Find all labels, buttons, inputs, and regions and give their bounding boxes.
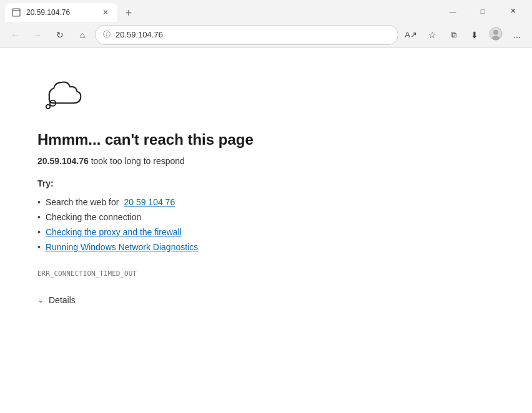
error-subtitle: 20.59.104.76 took too long to respond: [37, 156, 495, 166]
svg-rect-0: [12, 9, 20, 16]
address-bar[interactable]: ⓘ: [95, 25, 398, 45]
close-button[interactable]: ✕: [498, 0, 527, 22]
error-title: Hmmm... can't reach this page: [37, 131, 495, 148]
nav-bar: ← → ↻ ⌂ ⓘ A↗ ☆ ⧉ ⬇: [0, 22, 532, 48]
collections-button[interactable]: ⧉: [443, 25, 463, 45]
try-item-text-1: Search the web for: [46, 197, 119, 207]
home-icon: ⌂: [80, 30, 85, 40]
refresh-icon: ↻: [56, 30, 64, 40]
page-content: Hmmm... can't reach this page 20.59.104.…: [0, 48, 532, 413]
more-icon: …: [513, 30, 521, 40]
maximize-button[interactable]: □: [468, 0, 497, 22]
home-button[interactable]: ⌂: [72, 25, 92, 45]
collections-icon: ⧉: [451, 30, 456, 40]
favorites-button[interactable]: ☆: [422, 25, 442, 45]
forward-icon: →: [33, 30, 42, 40]
tab-favicon: [11, 7, 21, 17]
profile-icon: [489, 27, 503, 43]
star-icon: ☆: [428, 30, 436, 40]
thought-cloud-icon: [37, 73, 84, 114]
error-host: 20.59.104.76: [37, 156, 89, 166]
download-button[interactable]: ⬇: [465, 25, 485, 45]
error-code: ERR_CONNECTION_TIMED_OUT: [37, 270, 495, 278]
back-button[interactable]: ←: [5, 25, 25, 45]
list-item: Checking the connection: [37, 210, 495, 225]
svg-point-4: [492, 36, 500, 40]
lock-icon: ⓘ: [103, 29, 111, 40]
search-web-link[interactable]: 20 59 104 76: [124, 197, 175, 207]
error-icon-container: [37, 73, 495, 116]
tab-close-button[interactable]: ✕: [100, 7, 111, 18]
read-aloud-button[interactable]: A↗: [401, 25, 421, 45]
svg-point-5: [46, 105, 51, 109]
chevron-down-icon: ⌄: [37, 296, 44, 304]
details-label: Details: [49, 295, 76, 305]
forward-button[interactable]: →: [27, 25, 47, 45]
window-controls: — □ ✕: [438, 0, 527, 22]
profile-button[interactable]: [486, 25, 506, 45]
tab-strip: 20.59.104.76 ✕ +: [5, 0, 436, 22]
list-item: Search the web for 20 59 104 76: [37, 195, 495, 210]
list-item: Running Windows Network Diagnostics: [37, 240, 495, 255]
more-button[interactable]: …: [507, 25, 527, 45]
nav-right-buttons: A↗ ☆ ⧉ ⬇ …: [401, 25, 527, 45]
download-icon: ⬇: [471, 30, 478, 40]
new-tab-button[interactable]: +: [120, 4, 137, 22]
list-item: Checking the proxy and the firewall: [37, 225, 495, 240]
active-tab[interactable]: 20.59.104.76 ✕: [5, 3, 117, 22]
svg-point-3: [493, 30, 498, 35]
error-subtitle-rest: took too long to respond: [89, 156, 185, 166]
try-item-text-2: Checking the connection: [46, 212, 141, 222]
details-section[interactable]: ⌄ Details: [37, 295, 495, 305]
try-list: Search the web for 20 59 104 76 Checking…: [37, 195, 495, 255]
proxy-firewall-link[interactable]: Checking the proxy and the firewall: [46, 227, 182, 237]
try-label: Try:: [37, 178, 495, 188]
minimize-button[interactable]: —: [438, 0, 467, 22]
read-aloud-icon: A↗: [405, 30, 417, 39]
back-icon: ←: [11, 30, 19, 40]
refresh-button[interactable]: ↻: [50, 25, 70, 45]
tab-title: 20.59.104.76: [26, 8, 95, 17]
network-diagnostics-link[interactable]: Running Windows Network Diagnostics: [46, 242, 198, 252]
address-input[interactable]: [116, 30, 390, 39]
title-bar: 20.59.104.76 ✕ + — □ ✕: [0, 0, 532, 22]
